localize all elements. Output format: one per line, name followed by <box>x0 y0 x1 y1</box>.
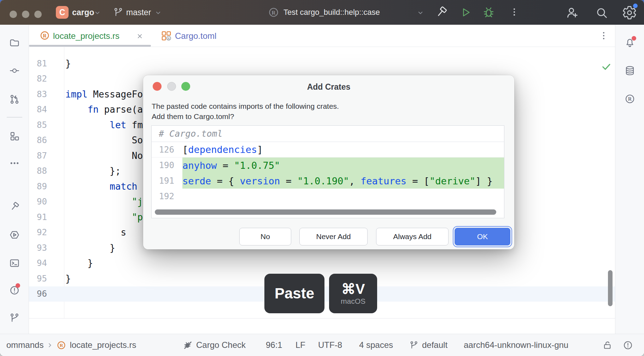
close-tab-icon[interactable] <box>136 33 143 40</box>
code-text: So <box>64 135 143 146</box>
svg-text:R: R <box>271 10 276 16</box>
line-number: 84 <box>29 105 64 114</box>
line-number: 90 <box>29 197 64 207</box>
cargo-check-widget[interactable]: Cargo Check <box>183 334 246 356</box>
dialog-title: Add Crates <box>143 82 514 92</box>
line-number: 86 <box>29 135 64 145</box>
dialog-button-ok[interactable]: OK <box>455 228 510 245</box>
code-text: } <box>64 58 71 69</box>
breadcrumb-folder[interactable]: ommands <box>6 340 43 350</box>
minimize-window-button[interactable] <box>22 11 29 18</box>
services-tool-window-icon[interactable] <box>9 230 20 240</box>
breadcrumb[interactable]: ommands R locate_projects.rs <box>6 334 136 356</box>
code-text: impl MessageFo <box>64 89 143 100</box>
titlebar: C cargo master R Test cargo_build::help:… <box>0 0 644 25</box>
keystroke-action-badge: Paste <box>264 274 324 313</box>
write-access-widget[interactable] <box>602 334 613 356</box>
tab-cargo-toml[interactable]: Cargo.toml <box>175 31 216 41</box>
build-tool-window-icon[interactable] <box>9 201 20 212</box>
breadcrumb-file[interactable]: locate_projects.rs <box>70 340 136 350</box>
line-number: 89 <box>29 182 64 191</box>
line-ending-widget[interactable]: LF <box>295 334 305 356</box>
run-configuration-selector[interactable]: Test cargo_build::help::case <box>283 8 380 17</box>
status-bar: ommands R locate_projects.rs Cargo Check… <box>0 334 644 356</box>
run-button[interactable] <box>460 7 472 18</box>
zoom-window-button[interactable] <box>34 11 42 18</box>
terminal-tool-window-icon[interactable] <box>9 258 20 268</box>
preview-line-number: 126 <box>152 145 174 155</box>
code-text: s <box>64 227 126 238</box>
svg-text:R: R <box>168 37 170 40</box>
tab-options-kebab-icon[interactable] <box>599 31 609 41</box>
database-icon[interactable] <box>625 65 635 76</box>
branch-selector[interactable]: master <box>126 8 151 17</box>
line-number: 91 <box>29 212 64 222</box>
warning-circle-icon <box>623 340 633 350</box>
dialog-button-never-add[interactable]: Never Add <box>299 228 368 245</box>
code-text: "p <box>64 212 143 222</box>
editor-line[interactable]: 94 } <box>29 256 615 271</box>
code-text: No <box>64 150 143 161</box>
git-branch-icon <box>113 7 123 17</box>
cargo-toml-file-icon: R <box>161 30 172 41</box>
rust-file-icon: R <box>57 340 66 350</box>
project-selector[interactable]: cargo <box>72 8 94 17</box>
line-number: 88 <box>29 166 64 176</box>
desktop: C cargo master R Test cargo_build::help:… <box>0 0 644 356</box>
search-icon[interactable] <box>595 6 608 19</box>
preview-row: 192 <box>152 189 504 204</box>
line-number: 94 <box>29 258 64 268</box>
preview-line-number: 190 <box>152 160 174 170</box>
preview-row: 126[dependencies] <box>152 142 504 158</box>
svg-text:R: R <box>60 343 63 348</box>
more-options-kebab-icon[interactable] <box>509 7 519 17</box>
preview-horizontal-scrollbar[interactable] <box>155 209 496 215</box>
preview-code-text: anyhow = "1.0.75" <box>174 160 280 171</box>
dialog-button-always-add[interactable]: Always Add <box>376 228 449 245</box>
linter-off-bug-icon <box>183 340 193 350</box>
debug-bug-button[interactable] <box>482 6 495 19</box>
build-hammer-button[interactable] <box>435 6 448 19</box>
rust-logo-icon: R <box>268 7 279 18</box>
cargo-toml-preview: # Cargo.toml 126[dependencies]190anyhow … <box>151 125 504 218</box>
indent-widget[interactable]: 4 spaces <box>359 334 393 356</box>
line-number: 95 <box>29 274 64 284</box>
keystroke-action-label: Paste <box>275 286 314 301</box>
problems-notification-dot <box>16 283 20 288</box>
more-tool-windows-icon[interactable] <box>9 158 20 168</box>
dialog-button-no[interactable]: No <box>239 228 291 245</box>
code-text: let fm <box>64 120 143 130</box>
preview-row: 191serde = { version = "1.0.190", featur… <box>152 173 504 189</box>
dialog-message: The pasted code contains imports of the … <box>152 101 339 121</box>
cursor-position-widget[interactable]: 96:1 <box>266 334 282 356</box>
project-folder-icon[interactable] <box>9 37 20 48</box>
line-number: 93 <box>29 243 64 253</box>
close-window-button[interactable] <box>10 11 17 18</box>
preview-file-header: # Cargo.toml <box>152 126 504 142</box>
notifications-dot <box>632 36 636 41</box>
event-log-widget[interactable] <box>623 334 633 356</box>
target-platform-widget[interactable]: aarch64-unknown-linux-gnu <box>464 334 568 356</box>
add-user-button[interactable] <box>566 6 579 19</box>
version-control-icon[interactable] <box>9 313 20 323</box>
tab-locate-projects[interactable]: locate_projects.rs <box>53 31 119 41</box>
pull-requests-icon[interactable] <box>9 94 20 105</box>
unlocked-icon <box>602 340 613 350</box>
rail-divider <box>7 117 22 118</box>
editor-vertical-scrollbar[interactable] <box>608 270 613 306</box>
code-text: } <box>64 273 71 284</box>
breadcrumb-chevron-icon <box>47 342 53 348</box>
line-number: 82 <box>29 74 64 84</box>
encoding-widget[interactable]: UTF-8 <box>318 334 342 356</box>
editor-line[interactable]: 81} <box>29 56 615 71</box>
command-v-shortcut: ⌘V <box>341 281 365 296</box>
inspections-ok-check-icon[interactable] <box>601 61 611 72</box>
commit-icon[interactable] <box>9 65 20 76</box>
line-number: 87 <box>29 151 64 161</box>
project-icon: C <box>56 6 69 19</box>
structure-icon[interactable] <box>9 131 20 141</box>
rust-tool-window-icon[interactable]: R <box>625 94 635 104</box>
chevron-down-icon <box>417 10 424 16</box>
line-number: 92 <box>29 227 64 237</box>
vcs-branch-widget[interactable]: default <box>409 334 447 356</box>
